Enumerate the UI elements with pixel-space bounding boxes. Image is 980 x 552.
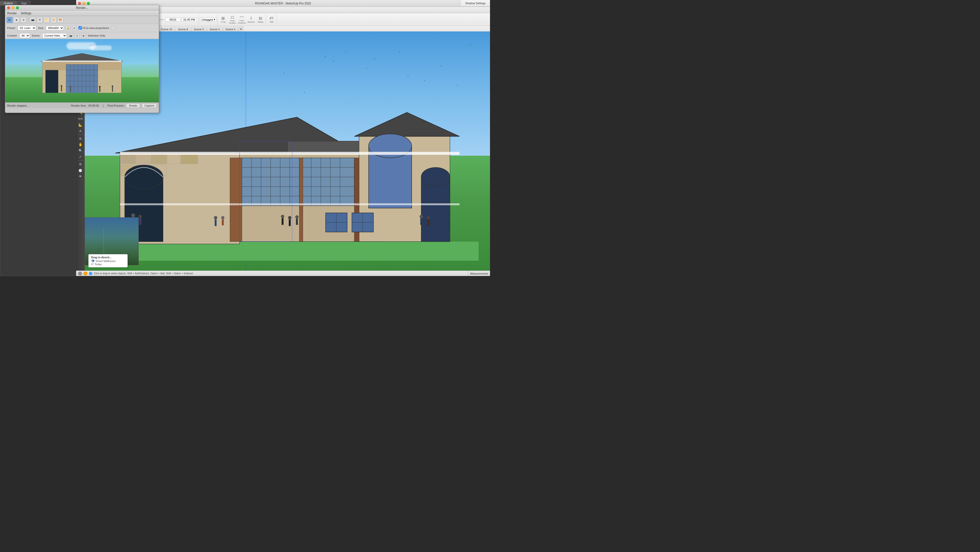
status-left: i ! Click or drag to select objects. Shi… bbox=[78, 272, 193, 275]
render-birds: ∧ ∧ ∧ bbox=[90, 44, 94, 46]
vray-folder-button[interactable]: 📁 bbox=[44, 17, 49, 23]
walk-tool[interactable]: ⬤ bbox=[77, 167, 84, 173]
styles-xray-button[interactable]: ⊞ X-ray bbox=[219, 15, 228, 24]
vray-lens-button[interactable]: 🔆 bbox=[51, 17, 56, 23]
smoove-button[interactable]: ⌇ Smoove bbox=[247, 15, 256, 24]
shadow-settings-panel[interactable]: Shadow Settings bbox=[461, 0, 490, 6]
scene-tab-8[interactable]: Scene 8 bbox=[175, 27, 191, 32]
vray-stop-button[interactable]: ■ bbox=[13, 17, 19, 23]
orbit-tool[interactable]: ◎ bbox=[77, 135, 84, 142]
from-contours-button[interactable]: 〰 From Contours bbox=[237, 15, 246, 24]
scene-tab-4[interactable]: Scene 4 bbox=[207, 27, 222, 32]
today-icon: ☑ bbox=[91, 262, 94, 266]
bird-3: ∧ bbox=[345, 51, 347, 53]
maximize-button[interactable] bbox=[87, 2, 90, 5]
tags-group: 🏷 Tags bbox=[266, 14, 277, 25]
dimension-tool[interactable]: ⟺ bbox=[77, 116, 84, 122]
view-options-button[interactable]: ⊞ bbox=[75, 33, 80, 38]
post-process-simple-button[interactable]: Simple bbox=[126, 103, 140, 108]
bird-6: ∧ bbox=[407, 75, 409, 76]
bird-4: ∧ bbox=[366, 67, 367, 70]
svg-marker-14 bbox=[354, 113, 460, 136]
protractor-tool[interactable]: 📐 bbox=[77, 122, 84, 128]
svg-rect-94 bbox=[99, 87, 100, 92]
scene-tab-3[interactable]: Scene 3 bbox=[191, 27, 207, 32]
vray-color-button[interactable]: 🎨 bbox=[57, 17, 63, 23]
vray-menu-settings[interactable]: Settings bbox=[21, 11, 31, 15]
mailboxes-icon: 📬 bbox=[91, 259, 94, 262]
post-process-separator: | bbox=[103, 104, 103, 107]
aspect-lock-button[interactable]: 🔒 bbox=[66, 26, 70, 30]
svg-rect-3 bbox=[137, 154, 150, 164]
svg-point-65 bbox=[295, 215, 299, 219]
scene-tab-more[interactable]: ▾ bbox=[239, 27, 243, 32]
window-title: ROANOAK MASTER - SketchUp Pro 2022 bbox=[255, 2, 311, 5]
vray-minimize-button[interactable] bbox=[11, 6, 14, 10]
zoom-extents-tool[interactable]: ⤢ bbox=[77, 154, 84, 160]
vray-play-button[interactable]: ▶ bbox=[6, 17, 13, 23]
svg-point-93 bbox=[70, 86, 71, 87]
bird-9: ∧ bbox=[457, 84, 458, 86]
region-button[interactable]: ▦ bbox=[81, 33, 86, 38]
tags-button[interactable]: 🏷 Tags bbox=[267, 15, 276, 24]
from-scratch-button[interactable]: ◻ From Scratch bbox=[228, 15, 237, 24]
fit-to-view-checkbox[interactable] bbox=[78, 26, 82, 29]
vray-pause-button[interactable]: ⏸ bbox=[21, 17, 26, 23]
scene-tab-5[interactable]: Scene 5 bbox=[223, 27, 238, 32]
vray-close-button[interactable] bbox=[7, 6, 10, 10]
vray-menu-render[interactable]: Render bbox=[7, 11, 17, 15]
status-message: Click or drag to select objects. Shift =… bbox=[94, 272, 193, 275]
svg-rect-29 bbox=[302, 158, 354, 206]
styles-group: ⊞ X-ray ◻ From Scratch 〰 From Contours ⌇… bbox=[218, 14, 266, 25]
untagged-selector[interactable]: Untagged ▾ bbox=[200, 17, 216, 22]
section-plane-tool[interactable]: ⊘ bbox=[77, 161, 84, 167]
minimize-button[interactable] bbox=[83, 2, 86, 5]
zoom-tool[interactable]: 🔍 bbox=[77, 148, 84, 154]
svg-rect-92 bbox=[70, 87, 71, 92]
stamp-button[interactable]: ⊟ Stamp bbox=[256, 15, 265, 24]
render-cloud-2 bbox=[90, 45, 112, 50]
status-dot-icon bbox=[89, 272, 92, 275]
svg-rect-56 bbox=[140, 218, 142, 225]
window-controls bbox=[78, 2, 90, 5]
svg-rect-0 bbox=[96, 242, 479, 261]
look-around-tool[interactable]: 👁 bbox=[77, 173, 84, 180]
text-tool[interactable]: A bbox=[77, 128, 84, 134]
svg-rect-4 bbox=[151, 154, 167, 164]
post-process-label: Post-Process: bbox=[108, 104, 124, 107]
vray-toolbar: ▶ ■ ⏸ 📷 ⚙ 📁 🔆 🎨 bbox=[5, 16, 159, 24]
from-contours-icon: 〰 bbox=[240, 15, 244, 19]
svg-point-59 bbox=[221, 216, 224, 220]
tool-divider-5 bbox=[78, 160, 83, 161]
preset-select[interactable]: 03. Low+ bbox=[18, 25, 36, 30]
vray-settings-button[interactable]: ⚙ bbox=[37, 17, 43, 23]
render-building bbox=[13, 52, 151, 93]
svg-rect-2 bbox=[121, 154, 135, 164]
fullscreen-button[interactable]: ⛶ bbox=[111, 26, 115, 30]
svg-rect-89 bbox=[43, 60, 121, 62]
vray-options-2: Content: All Scene: Current View 📷 ⊞ ▦ S… bbox=[5, 32, 159, 39]
svg-rect-49 bbox=[120, 152, 460, 155]
scene-tab-10[interactable]: Scene 10 bbox=[158, 27, 175, 32]
scene-options-button[interactable]: 📷 bbox=[69, 33, 73, 38]
scene-select[interactable]: Current View bbox=[42, 33, 67, 38]
content-select[interactable]: All bbox=[19, 33, 30, 38]
capture-button[interactable]: Capture bbox=[142, 103, 157, 108]
status-info-icon: i bbox=[78, 272, 82, 275]
stamp-icon: ⊟ bbox=[259, 16, 262, 21]
smoove-icon: ⌇ bbox=[250, 16, 252, 21]
bird-10: ∧ bbox=[304, 91, 305, 94]
bird-5: ∧ bbox=[374, 58, 375, 60]
preset-label: Preset: bbox=[7, 27, 16, 29]
pan-tool[interactable]: ✋ bbox=[77, 142, 84, 148]
swap-button[interactable]: ⇄ bbox=[72, 26, 76, 30]
vray-maximize-button[interactable] bbox=[16, 6, 19, 10]
close-button[interactable] bbox=[78, 2, 81, 5]
size-select[interactable]: 800x600 bbox=[46, 25, 64, 30]
render-time-label: Render time: bbox=[71, 104, 86, 107]
time-display: 01:45 PM bbox=[182, 17, 197, 22]
vray-camera-button[interactable]: 📷 bbox=[30, 17, 36, 23]
bird-7: ∧ bbox=[424, 79, 425, 81]
content-label: Content: bbox=[7, 34, 18, 37]
side-panel-tabs: Outliner Tags bbox=[0, 0, 76, 5]
